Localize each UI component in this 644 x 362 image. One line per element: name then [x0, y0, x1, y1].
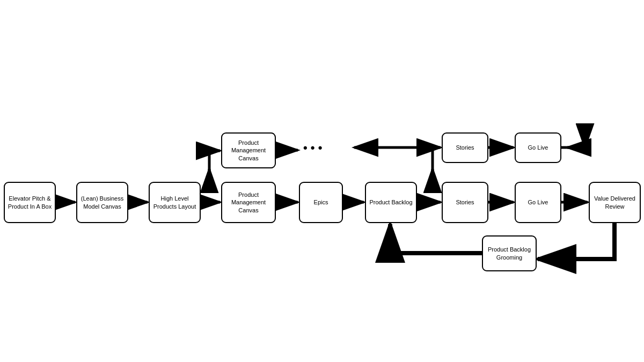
ellipsis-text: • • • — [303, 141, 322, 154]
value-node: Value Delivered Review — [589, 182, 640, 223]
highlevel-node: High Level Products Layout — [149, 182, 200, 223]
golive-top-node: Go Live — [515, 133, 561, 162]
lean-node: (Lean) Business Model Canvas — [77, 182, 128, 223]
pmc-mid-node: Product Management Canvas — [222, 182, 275, 223]
epics-node: Epics — [299, 182, 342, 223]
diagram-svg: • • • Elevator Pitch & Product In A Box … — [0, 0, 644, 362]
backlog-grooming-node: Product Backlog Grooming — [482, 236, 536, 271]
stories-top-node: Stories — [442, 133, 488, 162]
diagram-container: • • • Elevator Pitch & Product In A Box … — [0, 0, 644, 362]
golive-mid-node: Go Live — [515, 182, 561, 223]
pmc-top-node: Product Management Canvas — [222, 133, 275, 168]
stories-mid-node: Stories — [442, 182, 488, 223]
backlog-node: Product Backlog — [365, 182, 416, 223]
elevator-node: Elevator Pitch & Product In A Box — [4, 182, 55, 223]
